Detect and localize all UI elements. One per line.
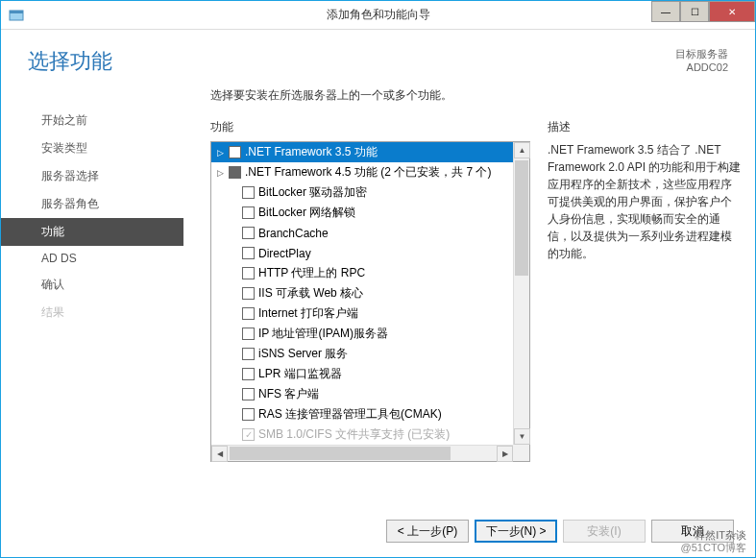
target-server-label: 目标服务器 [675,47,728,61]
feature-checkbox[interactable] [242,408,255,421]
feature-label: iSNS Server 服务 [258,346,348,362]
sidebar-item-before-begin[interactable]: 开始之前 [1,107,183,134]
feature-label: BitLocker 网络解锁 [258,205,355,221]
feature-checkbox[interactable] [242,287,255,300]
next-button[interactable]: 下一步(N) > [475,520,557,543]
wizard-sidebar: 开始之前 安装类型 服务器选择 服务器角色 功能 AD DS 确认 结果 [1,84,183,505]
feature-row[interactable]: IIS 可承载 Web 核心 [211,283,529,303]
sidebar-item-features[interactable]: 功能 [1,218,183,246]
window-title: 添加角色和功能向导 [327,7,430,23]
feature-row[interactable]: NFS 客户端 [211,384,529,404]
feature-row[interactable]: BitLocker 驱动器加密 [211,182,529,203]
feature-checkbox[interactable] [229,146,241,158]
features-column: 功能 ▷.NET Framework 3.5 功能▷.NET Framework… [210,119,530,462]
horizontal-scrollbar[interactable]: ◀ ▶ [211,445,513,461]
target-server-value: ADDC02 [675,61,728,74]
feature-checkbox[interactable] [242,206,255,219]
feature-row[interactable]: BitLocker 网络解锁 [211,203,529,223]
sidebar-item-server-roles[interactable]: 服务器角色 [1,190,183,218]
minimize-button[interactable]: — [651,1,680,22]
feature-row[interactable]: LPR 端口监视器 [211,364,529,384]
features-listbox[interactable]: ▷.NET Framework 3.5 功能▷.NET Framework 4.… [210,141,530,462]
instruction-text: 选择要安装在所选服务器上的一个或多个功能。 [210,87,742,104]
feature-label: IIS 可承载 Web 核心 [258,285,363,302]
feature-label: .NET Framework 3.5 功能 [245,144,378,160]
feature-label: HTTP 代理上的 RPC [258,265,365,281]
feature-label: Internet 打印客户端 [258,305,358,322]
scroll-thumb-h[interactable] [230,447,451,460]
scroll-corner [513,445,529,461]
scroll-down-button[interactable]: ▼ [514,428,530,445]
expand-icon[interactable]: ▷ [213,148,227,158]
scroll-right-button[interactable]: ▶ [497,446,513,462]
feature-checkbox[interactable] [242,267,255,279]
feature-label: DirectPlay [258,247,311,260]
feature-row[interactable]: iSNS Server 服务 [211,344,529,364]
main: 选择要安装在所选服务器上的一个或多个功能。 功能 ▷.NET Framework… [183,84,755,505]
feature-label: BitLocker 驱动器加密 [258,184,367,201]
feature-row[interactable]: Internet 打印客户端 [211,303,529,324]
svg-rect-1 [10,11,23,13]
scroll-track-v[interactable] [514,158,529,428]
install-button: 安装(I) [563,520,646,543]
close-button[interactable]: ✕ [709,1,755,22]
previous-button[interactable]: < 上一步(P) [386,520,469,543]
app-icon [9,8,24,23]
feature-checkbox [242,428,255,441]
feature-row[interactable]: ▷.NET Framework 4.5 功能 (2 个已安装，共 7 个) [211,162,529,182]
titlebar: 添加角色和功能向导 — ☐ ✕ [1,1,755,30]
columns: 功能 ▷.NET Framework 3.5 功能▷.NET Framework… [210,119,742,462]
scroll-track-h[interactable] [228,446,497,461]
cancel-button[interactable]: 取消 [651,520,734,543]
feature-checkbox[interactable] [242,307,255,320]
sidebar-item-confirm[interactable]: 确认 [1,271,183,299]
feature-row[interactable]: HTTP 代理上的 RPC [211,263,529,283]
sidebar-item-results[interactable]: 结果 [1,299,183,327]
feature-checkbox[interactable] [242,328,255,340]
feature-label: RAS 连接管理器管理工具包(CMAK) [258,406,442,423]
footer: < 上一步(P) 下一步(N) > 安装(I) 取消 [1,505,755,557]
sidebar-item-server-selection[interactable]: 服务器选择 [1,162,183,190]
feature-row[interactable]: BranchCache [211,223,529,243]
scroll-thumb-v[interactable] [515,160,528,276]
feature-row[interactable]: DirectPlay [211,243,529,263]
description-label: 描述 [548,119,742,135]
sidebar-item-install-type[interactable]: 安装类型 [1,134,183,162]
feature-checkbox[interactable] [229,166,241,179]
feature-checkbox[interactable] [242,227,255,239]
vertical-scrollbar[interactable]: ▲ ▼ [513,142,529,445]
feature-row[interactable]: RAS 连接管理器管理工具包(CMAK) [211,404,529,425]
feature-label: LPR 端口监视器 [258,366,342,382]
sidebar-item-adds[interactable]: AD DS [1,246,183,271]
feature-row[interactable]: ▷.NET Framework 3.5 功能 [211,142,529,162]
feature-checkbox[interactable] [242,348,255,360]
feature-label: SMB 1.0/CIFS 文件共享支持 (已安装) [258,426,450,443]
description-column: 描述 .NET Framework 3.5 结合了 .NET Framework… [548,119,742,462]
feature-label: .NET Framework 4.5 功能 (2 个已安装，共 7 个) [245,164,491,181]
wizard-window: 添加角色和功能向导 — ☐ ✕ 选择功能 目标服务器 ADDC02 开始之前 安… [0,0,756,558]
body: 开始之前 安装类型 服务器选择 服务器角色 功能 AD DS 确认 结果 选择要… [1,84,755,505]
feature-label: NFS 客户端 [258,386,319,402]
maximize-button[interactable]: ☐ [680,1,709,22]
feature-label: BranchCache [258,227,329,240]
feature-row[interactable]: SMB 1.0/CIFS 文件共享支持 (已安装) [211,425,529,445]
header: 选择功能 目标服务器 ADDC02 [1,30,755,84]
expand-icon[interactable]: ▷ [213,168,227,178]
feature-checkbox[interactable] [242,186,255,199]
scroll-up-button[interactable]: ▲ [514,142,530,158]
feature-checkbox[interactable] [242,368,255,380]
feature-checkbox[interactable] [242,388,255,400]
window-controls: — ☐ ✕ [651,1,755,22]
page-heading: 选择功能 [28,47,675,76]
scroll-left-button[interactable]: ◀ [211,446,228,462]
description-text: .NET Framework 3.5 结合了 .NET Framework 2.… [548,141,742,262]
features-label: 功能 [210,119,530,135]
feature-row[interactable]: IP 地址管理(IPAM)服务器 [211,324,529,344]
feature-checkbox[interactable] [242,247,255,259]
feature-label: IP 地址管理(IPAM)服务器 [258,326,388,342]
target-server-box: 目标服务器 ADDC02 [675,47,728,75]
